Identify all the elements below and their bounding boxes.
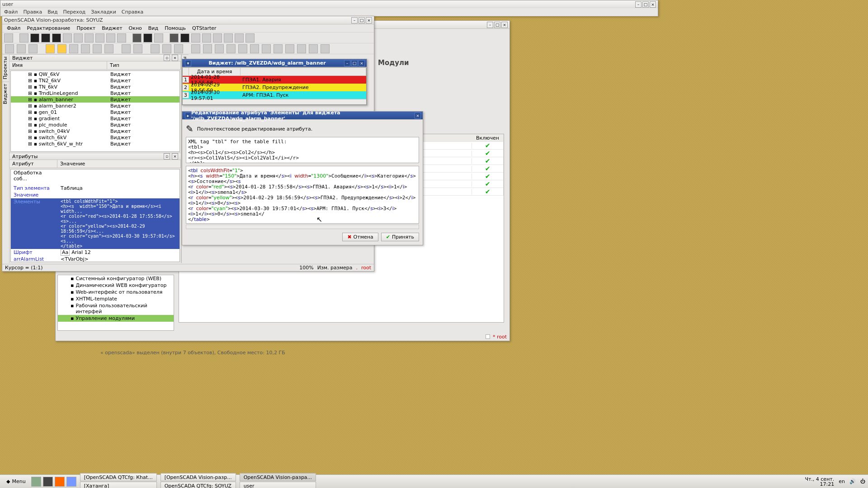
- menu-edit[interactable]: Редактирование: [27, 25, 70, 31]
- tb-icon[interactable]: [63, 33, 72, 42]
- sysmenu-icon[interactable]: ▾: [185, 60, 191, 66]
- minimize-icon[interactable]: –: [351, 17, 358, 23]
- tree-row[interactable]: ⊞ ▪ switch_6kV_w_htrВиджет: [11, 141, 179, 147]
- tb-icon[interactable]: [28, 44, 38, 53]
- alarm-row[interactable]: 32014-03-30 19:57:01АРМ: ГПЭА1. Пуск: [183, 91, 366, 99]
- tb-icon[interactable]: [202, 33, 211, 42]
- tree-row[interactable]: ⊞ ▪ TrndLineLegendВиджет: [11, 90, 179, 96]
- undo-icon[interactable]: [122, 44, 131, 53]
- close-icon[interactable]: ×: [501, 22, 508, 28]
- task-button[interactable]: [OpenSCADA Vision-разр...: [160, 473, 236, 481]
- panel-float-icon[interactable]: ▫: [164, 55, 170, 61]
- tb-icon[interactable]: [85, 33, 94, 42]
- maximize-icon[interactable]: □: [494, 22, 500, 28]
- tree-row[interactable]: ⊞ ▪ alarm_bannerВиджет: [11, 96, 179, 103]
- tb-icon[interactable]: [151, 44, 160, 53]
- menu-view[interactable]: Вид: [148, 25, 158, 31]
- hscroll[interactable]: [186, 225, 419, 229]
- fm-menu-edit[interactable]: Правка: [23, 9, 42, 15]
- menu-widget[interactable]: Виджет: [102, 25, 122, 31]
- minimize-icon[interactable]: –: [487, 22, 493, 28]
- tb-icon[interactable]: [213, 33, 222, 42]
- tree-row[interactable]: ▪Управление модулями: [58, 315, 174, 322]
- col-attr[interactable]: Атрибут: [9, 160, 57, 168]
- minimize-icon[interactable]: –: [635, 1, 642, 8]
- volume-icon[interactable]: 🔊: [849, 479, 856, 484]
- side-tab-widget[interactable]: Виджет: [2, 81, 9, 106]
- widget-tree[interactable]: ⊞ ▪ QW_6kVВиджет⊞ ▪ TN2_6kVВиджет⊞ ▪ TN_…: [10, 70, 180, 152]
- tb-icon[interactable]: [19, 33, 28, 42]
- tb-icon[interactable]: [154, 33, 163, 42]
- tb-icon[interactable]: [106, 33, 115, 42]
- tree-row[interactable]: ⊞ ▪ switch_6kVВиджет: [11, 134, 179, 141]
- tb-icon[interactable]: [297, 44, 306, 53]
- task-button[interactable]: [Хатанга]: [80, 482, 157, 488]
- start-menu-button[interactable]: ◆Menu: [3, 478, 29, 485]
- font-picker-icon[interactable]: Aa: [61, 249, 70, 256]
- power-icon[interactable]: ⏻: [860, 479, 865, 484]
- tb-icon[interactable]: [203, 44, 212, 53]
- tb-icon[interactable]: [245, 33, 255, 42]
- tb-icon[interactable]: [4, 33, 13, 42]
- close-icon[interactable]: ×: [650, 1, 656, 8]
- tb-icon[interactable]: [41, 33, 50, 42]
- tb-icon[interactable]: [95, 33, 104, 42]
- tree-row[interactable]: ⊞ ▪ QW_6kVВиджет: [11, 71, 179, 77]
- tb-icon[interactable]: [285, 44, 294, 53]
- minimize-icon[interactable]: –: [344, 60, 350, 66]
- tb-icon[interactable]: [117, 33, 126, 42]
- fm-menu-help[interactable]: Справка: [122, 9, 143, 15]
- tb-icon[interactable]: [52, 33, 61, 42]
- task-button[interactable]: OpenSCADA QTCfg: SOYUZ: [160, 482, 236, 488]
- maximize-icon[interactable]: □: [642, 1, 649, 8]
- tree-row[interactable]: ▪Рабочий пользовательский интерфей: [58, 302, 174, 315]
- panel-close-icon[interactable]: ×: [172, 153, 178, 160]
- tb-icon[interactable]: [274, 44, 283, 53]
- fm-menu-file[interactable]: Файл: [4, 9, 18, 15]
- maximize-icon[interactable]: □: [359, 17, 365, 23]
- tb-icon[interactable]: [170, 33, 179, 42]
- filemanager-launcher-icon[interactable]: [66, 477, 76, 487]
- tb-icon[interactable]: [191, 44, 200, 53]
- tb-icon[interactable]: [262, 44, 271, 53]
- firefox-launcher-icon[interactable]: [55, 477, 65, 487]
- tb-icon[interactable]: [215, 44, 224, 53]
- tb-icon[interactable]: [5, 44, 14, 53]
- tb-icon[interactable]: [235, 33, 244, 42]
- fm-menu-go[interactable]: Переход: [63, 9, 86, 15]
- task-button[interactable]: user: [240, 482, 316, 488]
- attr-elements-row[interactable]: Элементы <tbl colsWdthFit="1"> <h><s wid…: [11, 198, 179, 249]
- close-icon[interactable]: ×: [366, 17, 372, 23]
- tb-icon[interactable]: [224, 33, 233, 42]
- maximize-icon[interactable]: □: [351, 60, 358, 66]
- tree-row[interactable]: ⊞ ▪ TN_6kVВиджет: [11, 84, 179, 90]
- tree-row[interactable]: ⊞ ▪ switch_04kVВиджет: [11, 128, 179, 134]
- tb-icon[interactable]: [81, 44, 90, 53]
- tree-row[interactable]: ▪Web-интерфейс от пользователя: [58, 289, 174, 296]
- tree-row[interactable]: ▪XHTML-template: [58, 296, 174, 302]
- tb-icon[interactable]: [93, 44, 102, 53]
- redo-icon[interactable]: [133, 44, 142, 53]
- close-icon[interactable]: ×: [359, 60, 365, 66]
- fm-menu-view[interactable]: Вид: [47, 9, 57, 15]
- side-tab-projects[interactable]: Проекты: [2, 54, 9, 81]
- tb-icon[interactable]: [132, 33, 142, 42]
- cancel-button[interactable]: ✖Отмена: [342, 233, 378, 241]
- menu-project[interactable]: Проект: [76, 25, 95, 31]
- tb-icon[interactable]: [69, 44, 78, 53]
- tb-icon[interactable]: [180, 33, 189, 42]
- fm-menu-bmk[interactable]: Закладки: [91, 9, 116, 15]
- col-value[interactable]: Значение: [57, 160, 181, 168]
- tree-row[interactable]: ▪Динамический WEB конфигуратор: [58, 282, 174, 289]
- tb-icon[interactable]: [309, 44, 318, 53]
- tb-icon[interactable]: [57, 44, 66, 53]
- tb-icon[interactable]: [250, 44, 259, 53]
- accept-button[interactable]: ✔Принять: [381, 233, 419, 241]
- tree-row[interactable]: ▪Системный конфигуратор (WEB): [58, 275, 174, 282]
- tb-icon[interactable]: [46, 44, 55, 53]
- tb-icon[interactable]: [174, 44, 183, 53]
- tb-icon[interactable]: [162, 44, 171, 53]
- panel-float-icon[interactable]: ▫: [164, 153, 170, 160]
- menu-help[interactable]: Помощь: [165, 25, 186, 31]
- col-type[interactable]: Тип: [107, 61, 181, 69]
